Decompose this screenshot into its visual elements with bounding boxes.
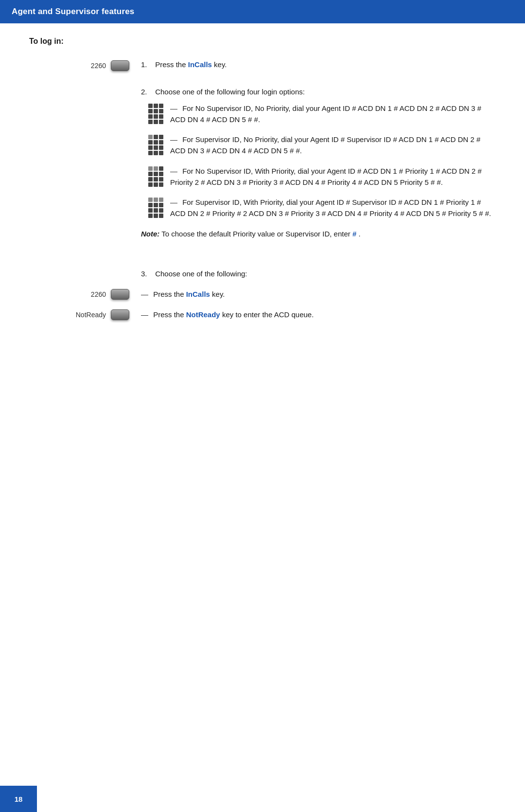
step-1-intro: Press the: [155, 60, 188, 69]
sub4-keypad-area: [141, 197, 170, 218]
step-3-sub2-label: NotReady: [76, 311, 106, 319]
step-2-sub-1-text: For No Supervisor ID, No Priority, dial …: [170, 104, 481, 124]
sub3-text-area: — For No Supervisor ID, With Priority, d…: [170, 165, 496, 188]
step-2-sub-2-text: For Supervisor ID, No Priority, dial you…: [170, 135, 480, 155]
keypad-icon-4: [148, 198, 163, 218]
step-3-sub-1-row: 2260 — Press the InCalls key.: [29, 288, 225, 300]
page-number: 18: [15, 795, 23, 803]
step-3-sub1-text: — Press the InCalls key.: [141, 290, 225, 298]
keypad-icon-2: [148, 135, 163, 155]
step-2-block: 2. Choose one of the following four logi…: [29, 87, 496, 253]
step-3-sub1-intro: Press the: [153, 290, 186, 298]
step-2-sub-3: — For No Supervisor ID, With Priority, d…: [141, 165, 496, 188]
page-content: To log in: 2260 1. Press the InCalls key…: [0, 37, 525, 374]
sub1-keypad-area: [141, 103, 170, 124]
step-3-sub1-label: 2260: [91, 290, 106, 298]
step-1-block: 2260 1. Press the InCalls key.: [29, 59, 496, 71]
step-1-content: 1. Press the InCalls key.: [141, 59, 496, 71]
step-1-phone-label: 2260: [91, 62, 106, 70]
page-footer: 18: [0, 786, 37, 812]
step-3-sub1-left: 2260: [29, 288, 141, 300]
sub2-keypad-area: [141, 134, 170, 155]
keypad-icon-1: [148, 104, 163, 124]
step-3-sub1-key: InCalls: [186, 290, 210, 298]
step-2-number: 2.: [141, 88, 147, 96]
step-1-left: 2260: [29, 59, 141, 71]
step-3-sub1-key-button: [111, 289, 129, 300]
step-2-right: 2. Choose one of the following four logi…: [141, 87, 496, 253]
step-3-block: 3. Choose one of the following: 2260 — P…: [29, 269, 496, 329]
step-1-outro: key.: [214, 60, 227, 69]
step-3-sub-2-row: NotReady — Press the NotReady key to ent…: [29, 308, 314, 320]
step-2-sub-list: — For No Supervisor ID, No Priority, dia…: [141, 103, 496, 219]
step-2-sub-3-text: For No Supervisor ID, With Priority, dia…: [170, 167, 482, 186]
step-3-intro-text: Choose one of the following:: [155, 270, 247, 278]
step-3-intro-area: 3. Choose one of the following:: [141, 269, 247, 280]
step-3-sub2-key: NotReady: [186, 310, 220, 319]
page-header: Agent and Supervisor features: [0, 0, 525, 23]
step-3-sub2-left: NotReady: [29, 308, 141, 320]
sub4-text-area: — For Supervisor ID, With Priority, dial…: [170, 197, 496, 219]
step-3-number: 3.: [141, 270, 147, 278]
note-label: Note:: [141, 230, 159, 238]
sub1-text-area: — For No Supervisor ID, No Priority, dia…: [170, 103, 496, 126]
step-3-sub2-text: — Press the NotReady key to enter the AC…: [141, 310, 314, 319]
step-2-sub-4: — For Supervisor ID, With Priority, dial…: [141, 197, 496, 219]
page-title: Agent and Supervisor features: [12, 7, 513, 17]
step-2-intro-line: 2. Choose one of the following four logi…: [141, 87, 496, 98]
step-3-left-empty: [29, 269, 141, 270]
step-3-sub2-key-button: [111, 309, 129, 320]
note-hash: #: [352, 230, 356, 238]
step-1-key-button: [111, 60, 129, 71]
step-3-intro: 3. Choose one of the following:: [141, 269, 247, 280]
section-title: To log in:: [29, 37, 496, 46]
step-3-sub1-outro: key.: [212, 290, 225, 298]
step-2-sub-4-text: For Supervisor ID, With Priority, dial y…: [170, 198, 491, 217]
step-1-key-label: InCalls: [188, 60, 212, 69]
step-2-note: Note: To choose the default Priority val…: [141, 228, 496, 239]
step-2-left: [29, 87, 141, 88]
step-3-sub2-outro: key to enter the ACD queue.: [222, 310, 314, 319]
sub3-keypad-area: [141, 165, 170, 187]
step-3-header-row: 3. Choose one of the following:: [29, 269, 247, 280]
keypad-icon-3: [148, 166, 163, 187]
step-2-sub-2: — For Supervisor ID, No Priority, dial y…: [141, 134, 496, 157]
note-text: To choose the default Priority value or …: [161, 230, 352, 238]
note-end: .: [358, 230, 360, 238]
step-1-right: 1. Press the InCalls key.: [141, 59, 496, 71]
step-2-intro: Choose one of the following four login o…: [155, 88, 305, 96]
step-3-sub2-intro: Press the: [153, 310, 186, 319]
step-1-number: 1.: [141, 60, 147, 69]
sub2-text-area: — For Supervisor ID, No Priority, dial y…: [170, 134, 496, 157]
step-2-sub-1: — For No Supervisor ID, No Priority, dia…: [141, 103, 496, 126]
